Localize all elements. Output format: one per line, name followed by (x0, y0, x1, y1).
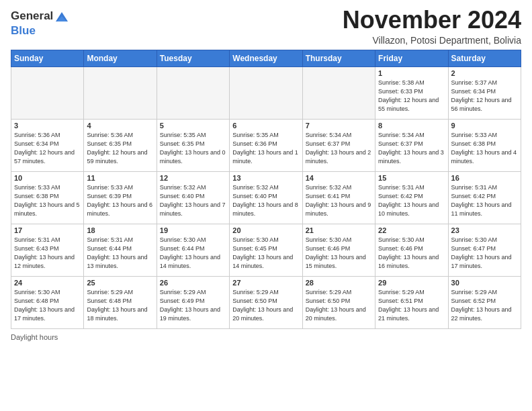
day-info: Sunrise: 5:31 AM Sunset: 6:42 PM Dayligh… (451, 183, 518, 218)
day-cell: 12Sunrise: 5:32 AM Sunset: 6:40 PM Dayli… (157, 171, 229, 224)
day-number: 15 (378, 174, 445, 182)
day-cell: 13Sunrise: 5:32 AM Sunset: 6:40 PM Dayli… (230, 171, 302, 224)
day-cell (11, 66, 84, 119)
week-row-1: 1Sunrise: 5:38 AM Sunset: 6:33 PM Daylig… (11, 66, 521, 119)
col-header-friday: Friday (375, 50, 448, 66)
logo-text: General (11, 9, 69, 24)
day-number: 10 (14, 174, 81, 182)
day-info: Sunrise: 5:30 AM Sunset: 6:46 PM Dayligh… (378, 236, 445, 271)
day-info: Sunrise: 5:31 AM Sunset: 6:44 PM Dayligh… (87, 236, 153, 271)
day-number: 20 (232, 226, 299, 234)
day-cell (302, 66, 375, 119)
day-cell: 19Sunrise: 5:30 AM Sunset: 6:44 PM Dayli… (157, 224, 229, 276)
day-info: Sunrise: 5:30 AM Sunset: 6:45 PM Dayligh… (232, 236, 299, 271)
logo-icon (54, 9, 69, 24)
location-subtitle: Villazon, Potosi Department, Bolivia (343, 35, 521, 46)
day-number: 8 (378, 122, 445, 130)
footer: Daylight hours (11, 333, 521, 341)
day-cell: 21Sunrise: 5:30 AM Sunset: 6:46 PM Dayli… (302, 224, 375, 276)
day-info: Sunrise: 5:34 AM Sunset: 6:37 PM Dayligh… (306, 131, 372, 166)
day-info: Sunrise: 5:30 AM Sunset: 6:47 PM Dayligh… (451, 236, 518, 271)
day-info: Sunrise: 5:32 AM Sunset: 6:40 PM Dayligh… (160, 183, 226, 218)
logo: General Blue (11, 9, 69, 38)
day-number: 30 (451, 279, 518, 287)
calendar-table: SundayMondayTuesdayWednesdayThursdayFrid… (11, 50, 521, 329)
day-info: Sunrise: 5:36 AM Sunset: 6:35 PM Dayligh… (87, 131, 153, 166)
day-cell: 17Sunrise: 5:31 AM Sunset: 6:43 PM Dayli… (11, 224, 84, 276)
day-number: 9 (451, 122, 518, 130)
day-number: 22 (378, 226, 445, 234)
day-info: Sunrise: 5:33 AM Sunset: 6:39 PM Dayligh… (87, 183, 153, 218)
day-cell: 28Sunrise: 5:29 AM Sunset: 6:50 PM Dayli… (302, 276, 375, 328)
day-cell: 15Sunrise: 5:31 AM Sunset: 6:42 PM Dayli… (375, 171, 448, 224)
day-number: 16 (451, 174, 518, 182)
col-header-tuesday: Tuesday (157, 50, 229, 66)
day-cell: 2Sunrise: 5:37 AM Sunset: 6:34 PM Daylig… (448, 66, 521, 119)
day-number: 14 (306, 174, 372, 182)
day-info: Sunrise: 5:29 AM Sunset: 6:51 PM Dayligh… (378, 288, 445, 323)
day-info: Sunrise: 5:30 AM Sunset: 6:46 PM Dayligh… (306, 236, 372, 271)
day-number: 23 (451, 226, 518, 234)
col-header-monday: Monday (84, 50, 157, 66)
day-number: 4 (87, 122, 153, 130)
day-number: 26 (160, 279, 226, 287)
day-cell: 18Sunrise: 5:31 AM Sunset: 6:44 PM Dayli… (84, 224, 157, 276)
day-number: 6 (232, 122, 299, 130)
day-cell: 20Sunrise: 5:30 AM Sunset: 6:45 PM Dayli… (230, 224, 302, 276)
day-number: 5 (160, 122, 226, 130)
day-number: 21 (306, 226, 372, 234)
day-number: 3 (14, 122, 81, 130)
week-row-3: 10Sunrise: 5:33 AM Sunset: 6:38 PM Dayli… (11, 171, 521, 224)
col-header-saturday: Saturday (448, 50, 521, 66)
day-cell (230, 66, 302, 119)
day-info: Sunrise: 5:30 AM Sunset: 6:48 PM Dayligh… (14, 288, 81, 323)
day-cell: 6Sunrise: 5:35 AM Sunset: 6:36 PM Daylig… (230, 119, 302, 171)
day-info: Sunrise: 5:34 AM Sunset: 6:37 PM Dayligh… (378, 131, 445, 166)
day-cell: 24Sunrise: 5:30 AM Sunset: 6:48 PM Dayli… (11, 276, 84, 328)
header: General Blue November 2024 Villazon, Pot… (11, 7, 521, 46)
day-number: 11 (87, 174, 153, 182)
day-info: Sunrise: 5:29 AM Sunset: 6:48 PM Dayligh… (87, 288, 153, 323)
week-row-5: 24Sunrise: 5:30 AM Sunset: 6:48 PM Dayli… (11, 276, 521, 328)
day-cell: 26Sunrise: 5:29 AM Sunset: 6:49 PM Dayli… (157, 276, 229, 328)
day-cell: 14Sunrise: 5:32 AM Sunset: 6:41 PM Dayli… (302, 171, 375, 224)
day-number: 28 (306, 279, 372, 287)
day-cell: 1Sunrise: 5:38 AM Sunset: 6:33 PM Daylig… (375, 66, 448, 119)
day-number: 29 (378, 279, 445, 287)
day-number: 19 (160, 226, 226, 234)
day-cell: 9Sunrise: 5:33 AM Sunset: 6:38 PM Daylig… (448, 119, 521, 171)
day-number: 17 (14, 226, 81, 234)
day-info: Sunrise: 5:38 AM Sunset: 6:33 PM Dayligh… (378, 79, 445, 113)
day-info: Sunrise: 5:29 AM Sunset: 6:50 PM Dayligh… (306, 288, 372, 323)
day-info: Sunrise: 5:32 AM Sunset: 6:40 PM Dayligh… (232, 183, 299, 218)
col-header-sunday: Sunday (11, 50, 84, 66)
day-cell: 29Sunrise: 5:29 AM Sunset: 6:51 PM Dayli… (375, 276, 448, 328)
day-info: Sunrise: 5:33 AM Sunset: 6:38 PM Dayligh… (451, 131, 518, 166)
day-info: Sunrise: 5:35 AM Sunset: 6:35 PM Dayligh… (160, 131, 226, 166)
day-cell: 25Sunrise: 5:29 AM Sunset: 6:48 PM Dayli… (84, 276, 157, 328)
day-number: 25 (87, 279, 153, 287)
day-info: Sunrise: 5:33 AM Sunset: 6:38 PM Dayligh… (14, 183, 81, 218)
day-info: Sunrise: 5:31 AM Sunset: 6:43 PM Dayligh… (14, 236, 81, 271)
day-info: Sunrise: 5:29 AM Sunset: 6:50 PM Dayligh… (232, 288, 299, 323)
day-number: 2 (451, 69, 518, 77)
month-title: November 2024 (343, 7, 521, 34)
day-number: 27 (232, 279, 299, 287)
day-info: Sunrise: 5:30 AM Sunset: 6:44 PM Dayligh… (160, 236, 226, 271)
col-header-thursday: Thursday (302, 50, 375, 66)
day-cell: 4Sunrise: 5:36 AM Sunset: 6:35 PM Daylig… (84, 119, 157, 171)
day-number: 13 (232, 174, 299, 182)
day-number: 12 (160, 174, 226, 182)
day-cell: 3Sunrise: 5:36 AM Sunset: 6:34 PM Daylig… (11, 119, 84, 171)
daylight-label: Daylight hours (11, 333, 58, 341)
day-cell: 11Sunrise: 5:33 AM Sunset: 6:39 PM Dayli… (84, 171, 157, 224)
calendar-header-row: SundayMondayTuesdayWednesdayThursdayFrid… (11, 50, 521, 66)
day-cell: 8Sunrise: 5:34 AM Sunset: 6:37 PM Daylig… (375, 119, 448, 171)
day-info: Sunrise: 5:36 AM Sunset: 6:34 PM Dayligh… (14, 131, 81, 166)
day-info: Sunrise: 5:37 AM Sunset: 6:34 PM Dayligh… (451, 79, 518, 113)
day-number: 7 (306, 122, 372, 130)
day-info: Sunrise: 5:35 AM Sunset: 6:36 PM Dayligh… (232, 131, 299, 166)
day-cell: 23Sunrise: 5:30 AM Sunset: 6:47 PM Dayli… (448, 224, 521, 276)
day-info: Sunrise: 5:31 AM Sunset: 6:42 PM Dayligh… (378, 183, 445, 218)
day-cell: 30Sunrise: 5:29 AM Sunset: 6:52 PM Dayli… (448, 276, 521, 328)
